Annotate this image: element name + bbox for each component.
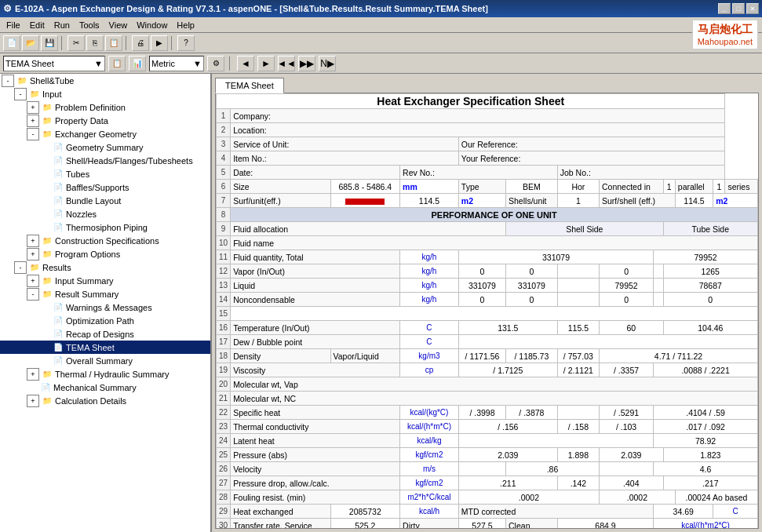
noncond-tube-end: 0	[663, 293, 757, 307]
run-button[interactable]: ▶	[151, 35, 168, 51]
tree-result-summary[interactable]: - 📁 Result Summary	[0, 287, 210, 301]
expander-input-summary[interactable]: +	[27, 275, 39, 287]
tube-fluid-qty: 79952	[654, 250, 758, 264]
tree-construction-specs[interactable]: + 📁 Construction Specifications	[0, 234, 210, 247]
tree-root-shell-tube[interactable]: - 📁 Shell&Tube	[0, 74, 210, 87]
tree-property-data[interactable]: + 📁 Property Data	[0, 114, 210, 127]
units-settings-btn[interactable]: ⚙	[207, 56, 224, 71]
nav-end-button[interactable]: ▶▶	[298, 56, 315, 71]
new-button[interactable]: 📄	[3, 35, 20, 51]
tree-program-options[interactable]: + 📁 Program Options	[0, 247, 210, 261]
tab-tema-sheet[interactable]: TEMA Sheet	[215, 78, 284, 93]
tree-results[interactable]: - 📁 Results	[0, 261, 210, 274]
nav-n-button[interactable]: N▶	[319, 56, 336, 71]
copy-button[interactable]: ⎘	[86, 35, 104, 51]
expander-result-summary[interactable]: -	[27, 288, 39, 301]
velocity-shell-1	[458, 462, 505, 476]
unit-dropdown-arrow: ▼	[193, 59, 202, 68]
tree-thermosiphon[interactable]: 📄 Thermosiphon Piping	[0, 220, 210, 234]
tree-mechanical-summary[interactable]: 📄 Mechanical Summary	[0, 381, 210, 394]
minimize-button[interactable]: _	[718, 3, 731, 14]
table-row: 7 Surf/unit(eff.) 114.5 m2 Shells/unit 1…	[217, 194, 758, 208]
expander-results[interactable]: -	[14, 261, 27, 274]
tree-recap-designs[interactable]: 📄 Recap of Designs	[0, 327, 210, 341]
menu-run[interactable]: Run	[49, 20, 75, 31]
shell-temp-out: 115.5	[557, 321, 599, 335]
right-panel: TEMA Sheet Heat Exchanger Specification …	[212, 74, 762, 532]
content-area[interactable]: Heat Exchanger Specification Sheet 1 Com…	[215, 93, 759, 529]
tree-label-bundle-layout: Bundle Layout	[66, 196, 121, 206]
tree-optimization-path[interactable]: 📄 Optimization Path	[0, 314, 210, 327]
prop-btn-1[interactable]: 📋	[108, 56, 126, 71]
tree-label-thermal: Thermal / Hydraulic Summary	[55, 370, 169, 379]
pressure-drop-label: Pressure drop, allow./calc.	[231, 476, 400, 490]
tree-baffles[interactable]: 📄 Baffles/Supports	[0, 180, 210, 194]
print-button[interactable]: 🖨	[132, 35, 149, 51]
menu-window[interactable]: Window	[132, 20, 172, 31]
menu-tools[interactable]: Tools	[75, 20, 104, 31]
sheet-selector[interactable]: TEMA Sheet ▼	[3, 56, 105, 71]
expander-program-options[interactable]: +	[27, 248, 39, 261]
tree-nozzles[interactable]: 📄 Nozzles	[0, 207, 210, 220]
tree-problem-def[interactable]: + 📁 Problem Definition	[0, 100, 210, 114]
type-label: Type	[458, 180, 505, 194]
tree-thermal-hydraulic[interactable]: + 📁 Thermal / Hydraulic Summary	[0, 367, 210, 381]
therm-cond-unit: kcal/(h*m*C)	[400, 420, 459, 434]
our-ref-label: Our Reference:	[458, 137, 725, 151]
pressure-tube-out: 1.823	[663, 448, 757, 462]
expander-exchanger-geo[interactable]: -	[27, 128, 39, 140]
maximize-button[interactable]: □	[732, 3, 745, 14]
heat-unit: kcal/h	[400, 505, 459, 519]
menu-view[interactable]: View	[104, 20, 133, 31]
tree-tema-sheet[interactable]: 📄 TEMA Sheet	[0, 341, 210, 354]
menu-help[interactable]: Help	[172, 20, 199, 31]
expander-property-data[interactable]: +	[27, 115, 39, 127]
series-count: 1	[713, 180, 725, 194]
close-button[interactable]: ×	[746, 3, 759, 14]
dew-bubble-label: Dew / Bubble point	[231, 335, 400, 349]
expander-thermal[interactable]: +	[27, 368, 39, 381]
nav-start-button[interactable]: ◄◄	[278, 56, 295, 71]
noncond-tube-in: 0	[599, 293, 653, 307]
tree-bundle-layout[interactable]: 📄 Bundle Layout	[0, 194, 210, 207]
doc-icon-tubes: 📄	[52, 169, 64, 180]
nav-prev-button[interactable]: ◄	[237, 56, 254, 71]
heat-exchanged-value: 2085732	[330, 505, 400, 519]
sp-heat-mid	[557, 406, 599, 420]
tree-tubes[interactable]: 📄 Tubes	[0, 167, 210, 180]
series-label: series	[725, 180, 758, 194]
menu-file[interactable]: File	[2, 20, 25, 31]
cut-button[interactable]: ✂	[67, 35, 85, 51]
row-num: 28	[217, 490, 231, 505]
nav-next-button[interactable]: ►	[257, 56, 275, 71]
menu-edit[interactable]: Edit	[25, 20, 49, 31]
help-icon[interactable]: ?	[177, 35, 195, 51]
tree-input[interactable]: - 📁 Input	[0, 87, 210, 100]
tree-overall-summary[interactable]: 📄 Overall Summary	[0, 354, 210, 367]
tree-calc-details[interactable]: + 📁 Calculation Details	[0, 394, 210, 407]
row-num: 26	[217, 462, 231, 476]
table-row: 22 Specific heat kcal/(kg*C) / .3998 / .…	[217, 406, 758, 420]
prop-btn-2[interactable]: 📊	[129, 56, 146, 71]
expander-calc-details[interactable]: +	[27, 395, 39, 407]
tree-input-summary[interactable]: + 📁 Input Summary	[0, 274, 210, 287]
tree-exchanger-geo[interactable]: - 📁 Exchanger Geometry	[0, 127, 210, 140]
table-row: 27 Pressure drop, allow./calc. kgf/cm2 .…	[217, 476, 758, 490]
velocity-tube-1	[599, 462, 653, 476]
tree-geometry-summary[interactable]: 📄 Geometry Summary	[0, 140, 210, 154]
table-row: 19 Viscosity cp / 1.7125 / 2.1121 / .335…	[217, 363, 758, 377]
paste-button[interactable]: 📋	[105, 35, 122, 51]
vapor-tube-in	[557, 264, 599, 279]
visc-shell-out: / 2.1121	[557, 363, 599, 377]
density-label: Density	[231, 349, 330, 363]
tree-shell-heads[interactable]: 📄 Shell/Heads/Flanges/Tubesheets	[0, 154, 210, 167]
row-num: 2	[217, 123, 231, 137]
expander-shell-tube[interactable]: -	[2, 75, 14, 87]
unit-selector[interactable]: Metric ▼	[149, 56, 204, 71]
tree-warnings[interactable]: 📄 Warnings & Messages	[0, 301, 210, 314]
open-button[interactable]: 📂	[22, 35, 39, 51]
expander-problem-def[interactable]: +	[27, 101, 39, 114]
expander-construction[interactable]: +	[27, 235, 39, 247]
save-button[interactable]: 💾	[41, 35, 58, 51]
expander-input[interactable]: -	[14, 88, 27, 100]
